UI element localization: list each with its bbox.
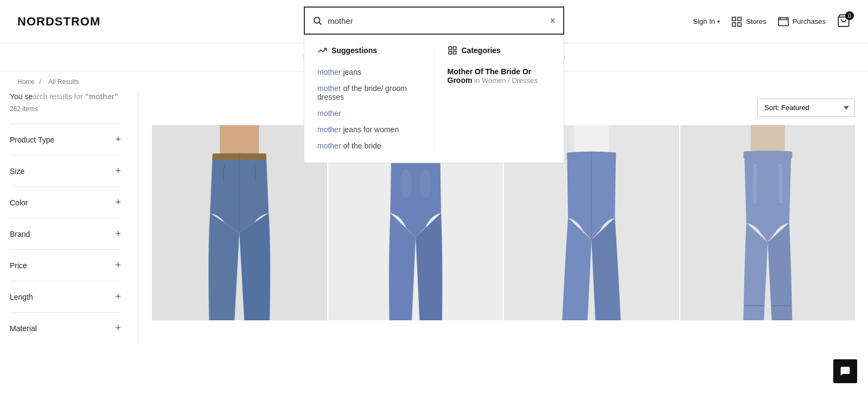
svg-rect-12 <box>220 125 259 154</box>
filter-brand-label: Brand <box>10 230 30 238</box>
breadcrumb-separator: / <box>39 78 41 86</box>
sort-select[interactable]: Sort: Featured Price: Low to High Price:… <box>757 99 855 117</box>
suggestions-label: Suggestions <box>331 46 377 55</box>
filter-length-expand-icon: + <box>115 291 121 302</box>
svg-rect-2 <box>449 47 451 49</box>
svg-point-0 <box>314 17 320 23</box>
breadcrumb-home[interactable]: Home <box>17 78 35 86</box>
suggestion-4-rest: jeans for women <box>341 125 399 134</box>
product-image-4 <box>680 125 856 320</box>
filter-size-expand-icon: + <box>115 165 121 177</box>
search-container: × Suggestions mother jeans mother of the… <box>304 7 564 163</box>
suggestions-column: Suggestions mother jeans mother of the b… <box>304 46 435 154</box>
purchases-icon <box>777 16 789 28</box>
svg-line-1 <box>319 22 321 24</box>
filter-color-label: Color <box>10 198 28 207</box>
svg-rect-5 <box>453 51 456 54</box>
filter-material-expand-icon: + <box>115 322 121 334</box>
suggestion-1-rest: jeans <box>341 68 361 76</box>
suggestion-5[interactable]: mother of the bride <box>317 138 421 154</box>
svg-point-16 <box>400 169 412 198</box>
product-card-4[interactable] <box>680 125 856 320</box>
header: NORDSTROM × Suggestions mo <box>0 0 868 43</box>
stores-label: Stores <box>746 17 767 25</box>
suggestion-3[interactable]: mother <box>317 105 421 121</box>
filter-product-type-label: Product Type <box>10 135 54 144</box>
filter-price-expand-icon: + <box>115 260 121 271</box>
cart-count-badge: 0 <box>845 11 854 20</box>
suggestion-5-rest: of the bride <box>341 141 381 150</box>
category-1[interactable]: Mother Of The Bride Or Groom in Women / … <box>448 64 551 88</box>
categories-heading: Categories <box>448 46 551 55</box>
suggestions-heading: Suggestions <box>317 46 421 55</box>
svg-rect-21 <box>750 125 784 152</box>
filter-price-label: Price <box>10 261 27 270</box>
filter-length-label: Length <box>10 293 33 301</box>
filter-size-label: Size <box>10 167 24 176</box>
sign-in-button[interactable]: Sign In ▾ <box>693 17 720 25</box>
filter-size[interactable]: Size + <box>10 155 121 186</box>
svg-rect-3 <box>453 47 456 49</box>
stores-icon <box>731 16 743 28</box>
suggestion-4[interactable]: mother jeans for women <box>317 121 421 138</box>
product-image-1 <box>152 125 327 320</box>
breadcrumb-current: All Results <box>48 78 79 86</box>
search-icon <box>312 16 322 25</box>
search-input[interactable] <box>328 16 545 25</box>
cart-button[interactable]: 0 <box>837 14 851 29</box>
suggestion-3-highlight: mother <box>317 109 341 118</box>
filter-material[interactable]: Material + <box>10 312 121 344</box>
product-jeans-svg-1 <box>152 125 327 320</box>
trending-icon <box>317 46 327 55</box>
suggestion-4-highlight: mother <box>317 125 341 134</box>
filter-brand-expand-icon: + <box>115 228 121 240</box>
svg-rect-10 <box>778 17 788 25</box>
svg-rect-4 <box>449 51 451 54</box>
suggestion-1-highlight: mother <box>317 68 341 76</box>
categories-label: Categories <box>462 46 501 55</box>
svg-point-17 <box>419 169 431 198</box>
svg-rect-6 <box>732 17 736 20</box>
filter-color-expand-icon: + <box>115 197 121 208</box>
search-clear-button[interactable]: × <box>550 15 556 27</box>
svg-rect-8 <box>732 22 736 25</box>
filter-brand[interactable]: Brand + <box>10 218 121 249</box>
grid-icon <box>448 46 457 55</box>
filter-product-type-expand-icon: + <box>115 134 121 145</box>
category-1-sub: in Women / Dresses <box>474 76 538 85</box>
you-searched-text: You search results for "mother" <box>10 92 121 103</box>
suggestion-2-highlight: mother <box>317 84 341 93</box>
header-right: Sign In ▾ Stores Purchases <box>693 14 851 29</box>
suggestion-2[interactable]: mother of the bride/ groom dresses <box>317 80 421 105</box>
result-count: 262 items <box>10 105 121 113</box>
filter-material-label: Material <box>10 324 37 333</box>
product-card-1[interactable] <box>152 125 327 320</box>
purchases-label: Purchases <box>793 17 826 25</box>
search-bar: × <box>304 7 564 35</box>
filter-length[interactable]: Length + <box>10 281 121 312</box>
svg-rect-18 <box>575 125 609 153</box>
product-jeans-svg-4 <box>680 125 856 320</box>
suggestion-1[interactable]: mother jeans <box>317 64 421 80</box>
filter-color[interactable]: Color + <box>10 186 121 218</box>
suggestion-5-highlight: mother <box>317 141 341 150</box>
logo: NORDSTROM <box>17 15 100 29</box>
purchases-button[interactable]: Purchases <box>777 16 826 28</box>
sidebar: You search results for "mother" 262 item… <box>0 92 139 344</box>
sign-in-label: Sign In <box>693 17 715 25</box>
svg-rect-9 <box>738 22 741 25</box>
svg-rect-7 <box>738 17 741 20</box>
filter-product-type[interactable]: Product Type + <box>10 124 121 155</box>
sign-in-chevron-icon: ▾ <box>717 18 720 24</box>
stores-button[interactable]: Stores <box>731 16 767 28</box>
search-dropdown: Suggestions mother jeans mother of the b… <box>304 35 564 163</box>
categories-column: Categories Mother Of The Bride Or Groom … <box>435 46 564 154</box>
filter-price[interactable]: Price + <box>10 249 121 281</box>
